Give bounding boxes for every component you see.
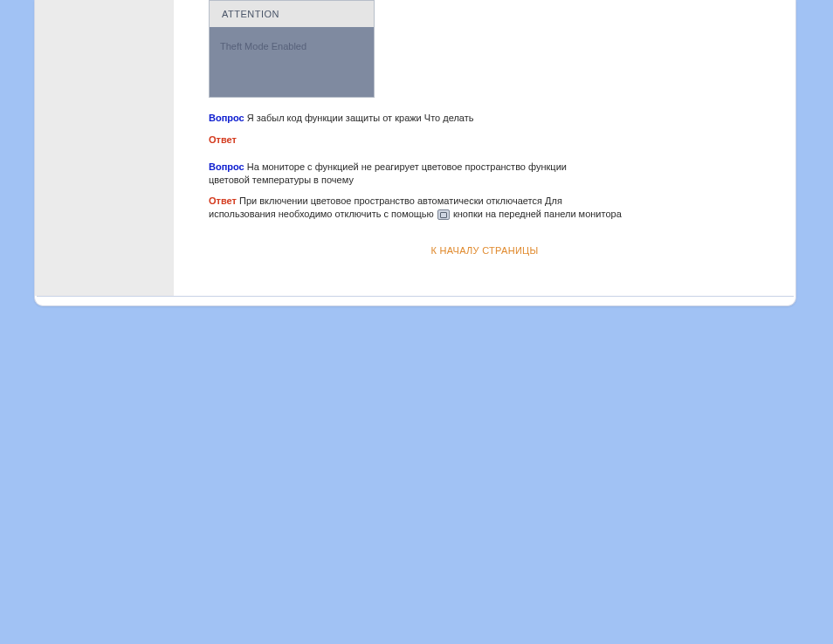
question-text: Я забыл код функции защиты от кражи Что … — [247, 113, 474, 123]
card-bottom-rule — [37, 296, 794, 297]
page-background: ATTENTION Theft Mode Enabled Вопрос Я за… — [0, 0, 833, 644]
left-sidebar — [35, 0, 174, 296]
qa-item: Вопрос Я забыл код функции защиты от кра… — [209, 112, 733, 125]
answer-text: При включении цветовое пространство авто… — [239, 195, 562, 206]
question-label: Вопрос — [209, 161, 244, 172]
question-label: Вопрос — [209, 113, 244, 123]
osd-button-icon — [437, 209, 450, 220]
answer-cont-before: использования необходимо отключить с пом… — [209, 209, 437, 219]
back-to-top-link[interactable]: К НАЧАЛУ СТРАНИЦЫ — [174, 245, 795, 256]
content-area: ATTENTION Theft Mode Enabled Вопрос Я за… — [174, 0, 795, 296]
answer-cont-after: кнопки на передней панели монитора — [453, 209, 622, 219]
attention-body-text: Theft Mode Enabled — [210, 27, 374, 51]
attention-screenshot: ATTENTION Theft Mode Enabled — [209, 0, 375, 98]
qa-item: Вопрос На мониторе с функцией не реагиру… — [209, 161, 733, 187]
answer-label: Ответ — [209, 195, 237, 206]
question-text-continuation: цветовой температуры в почему — [209, 174, 733, 187]
attention-header: ATTENTION — [210, 1, 374, 27]
qa-item: Ответ — [209, 134, 733, 147]
question-text: На мониторе с функцией не реагирует цвет… — [247, 161, 567, 172]
document-card: ATTENTION Theft Mode Enabled Вопрос Я за… — [34, 0, 796, 306]
answer-label: Ответ — [209, 134, 237, 145]
answer-text-continuation: использования необходимо отключить с пом… — [209, 208, 733, 221]
qa-item: Ответ При включении цветовое пространств… — [209, 195, 733, 221]
